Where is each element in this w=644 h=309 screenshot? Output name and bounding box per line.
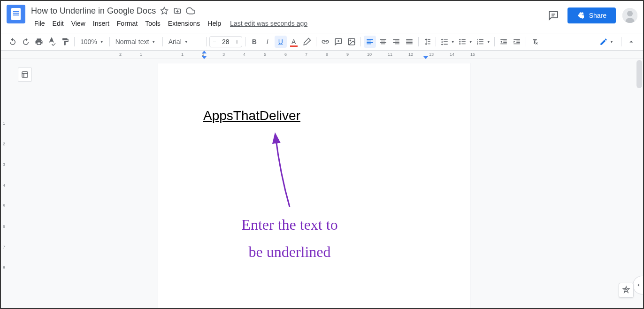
vertical-ruler[interactable]: 1 2 3 4 5 6 7 8 (1, 59, 9, 308)
menu-format[interactable]: Format (114, 18, 141, 29)
add-comment-button[interactable] (332, 36, 345, 48)
menu-insert[interactable]: Insert (90, 18, 113, 29)
svg-point-14 (459, 43, 460, 45)
checklist-button[interactable] (439, 36, 450, 48)
decrease-indent-button[interactable] (498, 36, 510, 48)
svg-point-7 (627, 11, 633, 16)
document-outline-button[interactable] (18, 68, 32, 82)
line-spacing-button[interactable] (422, 36, 433, 48)
editing-mode-button[interactable]: ▼ (596, 36, 617, 48)
paint-format-button[interactable] (59, 36, 71, 48)
bullet-list-button[interactable] (457, 36, 468, 48)
redo-button[interactable] (20, 36, 32, 48)
font-size-input[interactable] (219, 38, 232, 45)
svg-point-11 (350, 40, 351, 41)
svg-rect-5 (580, 15, 584, 18)
menu-help[interactable]: Help (204, 18, 224, 29)
undo-button[interactable] (7, 36, 19, 48)
clear-formatting-button[interactable] (529, 36, 541, 48)
menu-edit[interactable]: Edit (49, 18, 67, 29)
insert-image-button[interactable] (345, 36, 358, 48)
spellcheck-button[interactable] (46, 36, 58, 48)
last-edit-link[interactable]: Last edit was seconds ago (230, 20, 307, 27)
numbered-list-dropdown[interactable]: ▼ (486, 36, 491, 48)
move-icon[interactable] (173, 6, 182, 15)
horizontal-ruler[interactable]: 2 1 1 2 3 4 5 6 7 8 9 10 11 12 13 14 15 (1, 51, 643, 59)
increase-indent-button[interactable] (511, 36, 523, 48)
vertical-scrollbar[interactable] (636, 60, 642, 88)
share-button-label: Share (589, 12, 606, 19)
numbered-list-button[interactable] (475, 36, 486, 48)
document-page[interactable]: AppsThatDeliver (158, 63, 470, 308)
font-size-increase[interactable]: + (232, 37, 242, 47)
svg-point-13 (459, 41, 460, 43)
share-button[interactable]: Share (567, 8, 616, 23)
bullet-list-dropdown[interactable]: ▼ (468, 36, 474, 48)
highlight-button[interactable] (301, 36, 313, 48)
svg-rect-15 (22, 72, 28, 77)
style-select[interactable]: Normal text▼ (113, 36, 160, 48)
explore-button[interactable] (619, 283, 634, 298)
annotation-text: Enter the text to be underlined (205, 211, 374, 265)
align-justify-button[interactable] (403, 36, 415, 48)
align-left-button[interactable] (364, 36, 376, 48)
zoom-select[interactable]: 100%▼ (77, 36, 107, 48)
svg-point-12 (459, 39, 460, 40)
docs-logo-icon[interactable] (7, 5, 25, 23)
align-right-button[interactable] (390, 36, 402, 48)
toolbar: 100%▼ Normal text▼ Arial▼ − + B I U A ▼ … (1, 33, 643, 51)
font-size-decrease[interactable]: − (210, 37, 219, 47)
print-button[interactable] (33, 36, 45, 48)
document-text[interactable]: AppsThatDeliver (203, 108, 300, 123)
side-panel-toggle[interactable] (633, 276, 643, 294)
cloud-status-icon[interactable] (186, 6, 195, 15)
menu-view[interactable]: View (68, 18, 89, 29)
comments-button[interactable] (546, 8, 561, 23)
svg-marker-0 (161, 8, 168, 14)
text-color-button[interactable]: A (288, 36, 300, 48)
menu-file[interactable]: File (31, 18, 48, 29)
font-select[interactable]: Arial▼ (166, 36, 203, 48)
expand-button[interactable] (625, 36, 637, 48)
document-title[interactable]: How to Underline in Google Docs (31, 6, 156, 16)
checklist-dropdown[interactable]: ▼ (450, 36, 456, 48)
user-avatar[interactable] (622, 8, 637, 23)
align-center-button[interactable] (377, 36, 389, 48)
bold-button[interactable]: B (248, 36, 261, 48)
star-icon[interactable] (160, 6, 169, 15)
menu-extensions[interactable]: Extensions (165, 18, 203, 29)
insert-link-button[interactable] (319, 36, 331, 48)
italic-button[interactable]: I (261, 36, 274, 48)
first-line-indent[interactable] (202, 51, 207, 53)
menu-tools[interactable]: Tools (142, 18, 164, 29)
underline-button[interactable]: U (275, 36, 287, 48)
